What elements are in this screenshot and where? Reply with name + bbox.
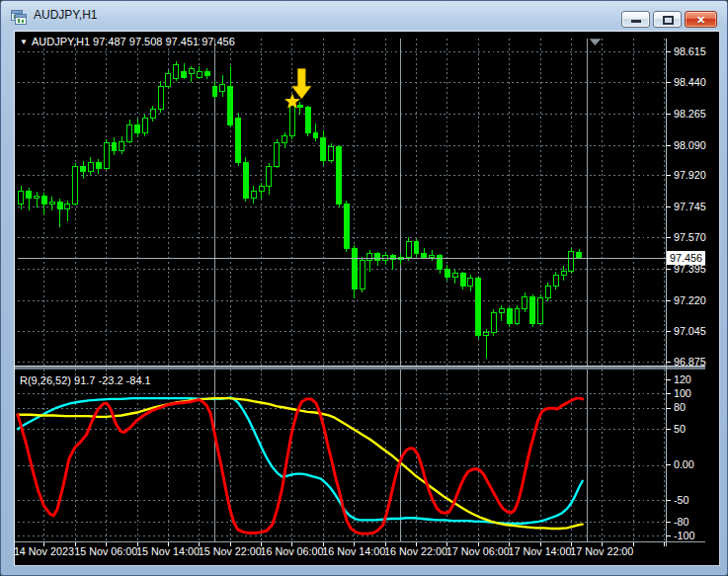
candle-bear [577, 252, 582, 258]
candle-bull [174, 64, 179, 78]
price-axis-label: 96.875 [674, 356, 706, 368]
indicator-axis-label: 80 [674, 401, 686, 413]
candle-bull [190, 68, 195, 73]
time-axis-label: 16 Nov 22:00 [384, 545, 447, 557]
minimize-icon [631, 20, 641, 23]
candle-bull [19, 192, 24, 205]
candle-bull [492, 312, 497, 332]
candle-bull [267, 166, 272, 186]
candle-bear [414, 241, 419, 254]
candle-bear [41, 197, 46, 204]
candle-bull [367, 254, 372, 261]
restore-icon [663, 16, 674, 25]
candle-bear [204, 72, 209, 76]
chart-shift-marker-icon [590, 39, 602, 45]
candle-bear [135, 125, 140, 132]
candle-bear [112, 143, 117, 150]
candle-bear [507, 309, 512, 323]
candle-bull [220, 84, 225, 91]
indicator-axis-label: 100 [674, 387, 691, 399]
panel-splitter [15, 366, 705, 367]
time-axis-label: 17 Nov 14:00 [509, 545, 572, 557]
candle-bull [538, 298, 543, 323]
app-icon [11, 9, 27, 25]
ohlc-text: AUDJPY,H1 97.487 97.508 97.451 97.456 [32, 36, 235, 47]
price-axis-label: 97.570 [674, 231, 706, 243]
time-axis-label: 16 Nov 14:00 [322, 545, 385, 557]
candle-bull [484, 332, 489, 336]
annotations [284, 39, 601, 109]
time-axis-label: 14 Nov 2023 [15, 545, 74, 557]
candle-bear [344, 204, 349, 248]
candle-bear [96, 163, 101, 168]
indicator-axis-label: -50 [674, 494, 689, 506]
indicator-axis-label: 120 [674, 373, 691, 385]
candle-bear [391, 256, 396, 260]
indicator-axis-label: 50 [674, 423, 686, 435]
candle-bear [313, 132, 318, 137]
time-axis [44, 542, 665, 546]
price-axis-label: 97.745 [674, 201, 706, 212]
candles [19, 61, 582, 359]
candle-bear [297, 106, 302, 108]
candle-bull [259, 186, 264, 191]
chart-client-area[interactable]: 98.61598.44098.26598.09097.92097.74597.5… [14, 31, 720, 566]
price-axis-label: 97.045 [674, 325, 706, 337]
candle-bull [406, 241, 411, 257]
chart-canvas[interactable]: 98.61598.44098.26598.09097.92097.74597.5… [15, 32, 719, 565]
candle-bull [275, 143, 280, 166]
time-axis-label: 15 Nov 14:00 [136, 545, 200, 557]
candle-bull [89, 163, 94, 172]
close-button[interactable]: ✕ [685, 11, 717, 28]
candle-bear [57, 202, 62, 208]
candle-bull [251, 192, 256, 199]
price-gridlines [18, 51, 666, 535]
price-axis-label: 98.090 [674, 139, 706, 151]
symbol-ohlc-header: ▼AUDJPY,H1 97.487 97.508 97.451 97.456 [20, 36, 235, 47]
chart-window: AUDJPY,H1 ✕ 98.61598.44098.26598.09097.9… [0, 0, 728, 576]
candle-bear [460, 274, 465, 287]
candle-bull [545, 286, 550, 298]
candle-bear [530, 296, 535, 323]
candle-bull [468, 279, 473, 286]
indicator-axis-label: -80 [674, 516, 689, 528]
close-icon: ✕ [696, 14, 705, 26]
window-title: AUDJPY,H1 [34, 8, 97, 22]
restore-button[interactable] [653, 11, 682, 28]
candle-bull [127, 125, 132, 141]
candle-bull [430, 256, 435, 258]
collapse-arrow-icon: ▼ [20, 38, 28, 46]
time-axis-label: 17 Nov 06:00 [446, 545, 510, 557]
candle-bull [283, 136, 287, 143]
time-axis-label: 16 Nov 06:00 [260, 545, 323, 557]
candle-bull [499, 309, 504, 313]
time-axis-label: 17 Nov 22:00 [570, 545, 633, 557]
candle-bull [120, 141, 124, 150]
indicator-axis-label: 0.00 [674, 458, 694, 470]
candle-bull [73, 166, 78, 204]
down-arrow-icon [291, 69, 311, 99]
candle-bull [561, 272, 566, 276]
candle-bear [27, 192, 32, 199]
current-price-value: 97.456 [670, 252, 702, 264]
candle-bear [228, 86, 233, 125]
price-axis-label: 98.615 [674, 45, 706, 57]
candle-bull [197, 72, 202, 77]
candle-bull [104, 143, 109, 168]
candle-bear [321, 137, 326, 160]
candle-bull [166, 73, 171, 86]
price-axis-label: 98.440 [674, 76, 706, 88]
title-bar[interactable]: AUDJPY,H1 ✕ [1, 1, 727, 30]
candle-bear [422, 254, 427, 258]
price-axis-label: 97.220 [674, 294, 706, 306]
candle-bear [352, 248, 357, 289]
candle-bull [35, 197, 40, 199]
candle-bear [375, 254, 380, 261]
candle-bull [569, 252, 574, 272]
minimize-button[interactable] [621, 11, 650, 28]
candle-bull [142, 119, 147, 132]
candle-bull [158, 86, 163, 109]
candle-bear [305, 108, 310, 132]
candle-bull [553, 275, 558, 286]
candle-bull [150, 110, 155, 119]
